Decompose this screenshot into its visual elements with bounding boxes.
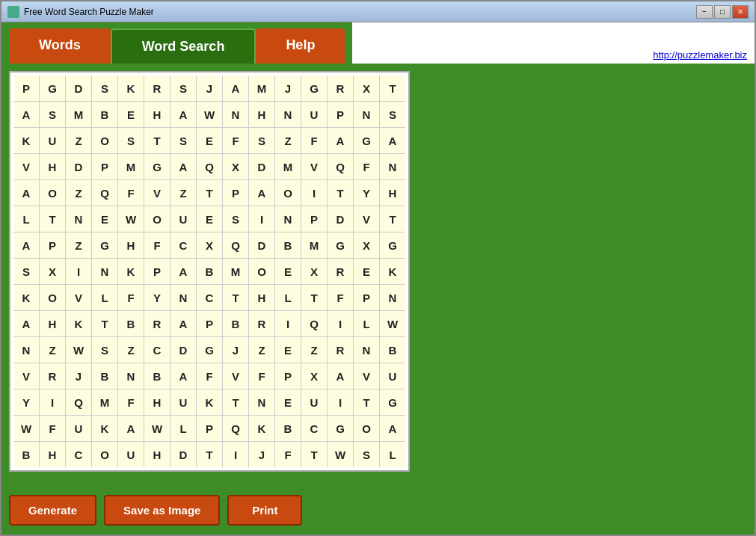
maximize-button[interactable]: □ [714, 5, 731, 19]
grid-cell: I [275, 311, 301, 336]
grid-cell: N [275, 102, 301, 127]
tab-word-search[interactable]: Word Search [111, 28, 256, 64]
generate-button[interactable]: Generate [9, 495, 96, 526]
grid-cell: S [170, 128, 196, 153]
grid-cell: N [354, 102, 379, 127]
grid-cell: N [380, 285, 405, 310]
grid-cell: B [197, 259, 222, 284]
grid-cell: W [197, 102, 222, 127]
grid-cell: D [328, 206, 353, 232]
grid-cell: Q [92, 180, 117, 206]
grid-cell: W [144, 416, 170, 441]
grid-cell: T [301, 442, 327, 467]
puzzle-grid: PGDSKRSJAMJGRXTASMBEHAWNHNUPNSKUZOSTSEFS… [13, 76, 405, 467]
grid-cell: Q [223, 416, 248, 441]
grid-cell: U [40, 128, 65, 153]
grid-cell: Q [66, 389, 91, 415]
grid-cell: K [92, 416, 117, 441]
minimize-button[interactable]: − [696, 5, 713, 19]
tab-row: Words Word Search Help http://puzzlemake… [1, 22, 755, 64]
grid-cell: G [380, 389, 405, 415]
grid-cell: E [197, 128, 222, 153]
grid-cell: K [380, 259, 405, 284]
grid-cell: L [170, 416, 196, 441]
grid-cell: A [13, 180, 39, 206]
grid-cell: P [223, 180, 248, 206]
grid-cell: I [301, 180, 327, 206]
grid-cell: N [354, 337, 379, 363]
grid-cell: N [275, 206, 301, 232]
grid-cell: S [92, 76, 117, 101]
grid-cell: F [328, 285, 353, 310]
grid-cell: X [354, 76, 379, 101]
grid-cell: F [118, 389, 144, 415]
grid-cell: X [301, 363, 327, 389]
grid-cell: L [380, 442, 405, 467]
grid-cell: F [144, 232, 170, 258]
grid-cell: B [380, 337, 405, 363]
grid-cell: A [13, 232, 39, 258]
save-as-image-button[interactable]: Save as Image [104, 495, 220, 526]
grid-cell: J [275, 76, 301, 101]
grid-cell: T [380, 76, 405, 101]
grid-cell: E [197, 206, 222, 232]
grid-cell: Q [301, 311, 327, 336]
print-button[interactable]: Print [227, 495, 302, 526]
grid-cell: T [223, 285, 248, 310]
grid-cell: Z [40, 337, 65, 363]
grid-cell: H [144, 102, 170, 127]
grid-cell: Y [354, 180, 379, 206]
tab-help[interactable]: Help [256, 28, 345, 64]
grid-cell: G [328, 232, 353, 258]
grid-cell: U [170, 206, 196, 232]
grid-cell: Z [118, 337, 144, 363]
grid-cell: O [354, 416, 379, 441]
close-button[interactable]: ✕ [732, 5, 749, 19]
grid-cell: X [223, 154, 248, 179]
grid-cell: F [223, 128, 248, 153]
grid-cell: Q [197, 154, 222, 179]
grid-cell: B [118, 311, 144, 336]
grid-cell: N [223, 102, 248, 127]
grid-cell: S [92, 337, 117, 363]
grid-cell: W [118, 206, 144, 232]
grid-cell: D [249, 154, 274, 179]
grid-cell: T [223, 389, 248, 415]
grid-cell: A [328, 363, 353, 389]
grid-cell: G [197, 337, 222, 363]
main-content: PGDSKRSJAMJGRXTASMBEHAWNHNUPNSKUZOSTSEFS… [1, 64, 755, 486]
grid-cell: M [66, 102, 91, 127]
header-white-area: http://puzzlemaker.biz [352, 22, 755, 64]
tab-words[interactable]: Words [9, 28, 111, 64]
grid-cell: G [301, 76, 327, 101]
grid-cell: V [144, 180, 170, 206]
website-link[interactable]: http://puzzlemaker.biz [653, 49, 747, 61]
grid-cell: L [92, 285, 117, 310]
grid-cell: T [92, 311, 117, 336]
grid-cell: K [13, 285, 39, 310]
grid-cell: V [301, 154, 327, 179]
grid-cell: V [223, 363, 248, 389]
grid-cell: Z [249, 337, 274, 363]
grid-cell: S [354, 442, 379, 467]
grid-cell: Z [66, 180, 91, 206]
grid-cell: F [354, 154, 379, 179]
grid-cell: G [92, 232, 117, 258]
grid-cell: F [249, 363, 274, 389]
grid-cell: A [223, 76, 248, 101]
grid-cell: F [275, 442, 301, 467]
grid-cell: H [380, 180, 405, 206]
grid-cell: O [92, 442, 117, 467]
footer: Generate Save as Image Print [1, 486, 755, 535]
grid-cell: U [66, 416, 91, 441]
grid-cell: T [328, 180, 353, 206]
grid-cell: P [13, 76, 39, 101]
grid-cell: F [301, 128, 327, 153]
grid-cell: X [354, 232, 379, 258]
grid-cell: T [40, 206, 65, 232]
grid-cell: J [66, 363, 91, 389]
grid-cell: E [118, 102, 144, 127]
grid-cell: T [301, 285, 327, 310]
grid-cell: I [328, 311, 353, 336]
grid-cell: B [275, 416, 301, 441]
